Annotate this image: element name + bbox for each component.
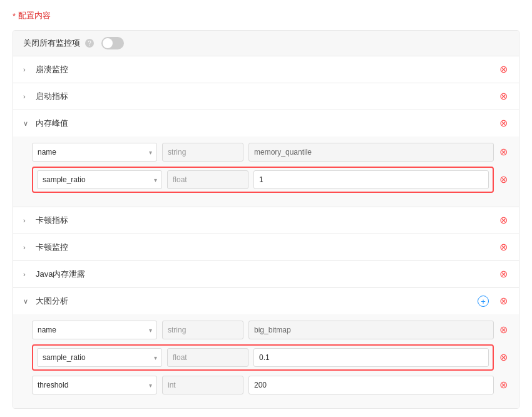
delete-icon-startup[interactable]: ⊗: [498, 91, 509, 102]
monitor-label-frame_metric: 卡顿指标: [36, 215, 498, 226]
monitor-label-java_leak: Java内存泄露: [36, 269, 498, 280]
monitor-item-memory_peak: ∨内存峰值⊗namestring⊗sample_ratiofloat⊗: [13, 110, 519, 207]
param-row-wrapper: sample_ratiofloat⊗: [32, 344, 509, 371]
param-name-select[interactable]: sample_ratio: [37, 348, 162, 367]
param-type-field: float: [167, 348, 248, 367]
delete-icon-java_leak[interactable]: ⊗: [498, 269, 509, 280]
monitor-header-startup[interactable]: ›启动指标⊗: [13, 83, 519, 110]
monitor-item-java_leak: ›Java内存泄露⊗: [13, 261, 519, 288]
monitor-label-startup: 启动指标: [36, 91, 498, 102]
monitor-label-crash: 崩溃监控: [36, 64, 498, 75]
header-icons-frame_metric: ⊗: [498, 215, 509, 226]
param-delete-icon[interactable]: ⊗: [498, 324, 509, 336]
header-icons-large_image: +⊗: [478, 296, 509, 307]
param-row-inner: sample_ratiofloat: [32, 344, 494, 371]
monitor-item-startup: ›启动指标⊗: [13, 83, 519, 110]
param-type-field: float: [167, 170, 248, 189]
monitor-header-frame_metric[interactable]: ›卡顿指标⊗: [13, 207, 519, 234]
param-type-field: string: [162, 321, 243, 339]
param-value-input[interactable]: [248, 143, 494, 162]
section-title: * 配置内容: [13, 10, 519, 21]
monitor-item-crash: ›崩溃监控⊗: [13, 56, 519, 83]
help-icon[interactable]: ?: [85, 39, 94, 48]
add-icon-large_image[interactable]: +: [478, 296, 489, 307]
param-delete-icon[interactable]: ⊗: [498, 379, 509, 391]
param-name-select[interactable]: name: [32, 321, 157, 339]
param-delete-icon[interactable]: ⊗: [498, 147, 509, 158]
delete-icon-memory_peak[interactable]: ⊗: [498, 118, 509, 129]
monitor-label-memory_peak: 内存峰值: [36, 118, 498, 129]
param-row-wrapper: thresholdint⊗: [32, 376, 509, 394]
param-value-input[interactable]: [248, 321, 494, 339]
param-value-input[interactable]: [253, 170, 489, 189]
param-name-select[interactable]: sample_ratio: [37, 170, 162, 189]
chevron-icon-frame_metric: ›: [23, 217, 31, 224]
param-row-wrapper: namestring⊗: [32, 321, 509, 339]
param-name-select[interactable]: threshold: [32, 376, 157, 394]
section-title-text: 配置内容: [18, 10, 51, 21]
monitor-content-large_image: namestring⊗sample_ratiofloat⊗thresholdin…: [13, 314, 519, 408]
chevron-icon-large_image: ∨: [23, 297, 31, 306]
asterisk: *: [13, 11, 16, 21]
param-name-wrapper: sample_ratio: [37, 348, 162, 367]
param-row-inner: thresholdint: [32, 376, 494, 394]
monitor-header-large_image[interactable]: ∨大图分析+⊗: [13, 288, 519, 314]
monitor-header-frame_monitor[interactable]: ›卡顿监控⊗: [13, 234, 519, 260]
param-name-wrapper: threshold: [32, 376, 157, 394]
toggle-row: 关闭所有监控项 ?: [13, 31, 519, 56]
delete-icon-large_image[interactable]: ⊗: [498, 296, 509, 307]
param-row-wrapper: sample_ratiofloat⊗: [32, 167, 509, 193]
page: * 配置内容 关闭所有监控项 ? ›崩溃监控⊗›启动指标⊗∨内存峰值⊗names…: [0, 0, 532, 417]
param-value-input[interactable]: [253, 348, 489, 367]
param-value-input[interactable]: [248, 376, 494, 394]
param-name-wrapper: name: [32, 143, 157, 162]
header-icons-startup: ⊗: [498, 91, 509, 102]
chevron-icon-startup: ›: [23, 93, 31, 100]
monitor-header-java_leak[interactable]: ›Java内存泄露⊗: [13, 261, 519, 287]
chevron-icon-java_leak: ›: [23, 270, 31, 278]
param-name-wrapper: sample_ratio: [37, 170, 162, 189]
monitor-item-frame_metric: ›卡顿指标⊗: [13, 207, 519, 234]
monitor-content-memory_peak: namestring⊗sample_ratiofloat⊗: [13, 136, 519, 207]
delete-icon-crash[interactable]: ⊗: [498, 64, 509, 75]
chevron-icon-memory_peak: ∨: [23, 120, 31, 128]
param-delete-icon[interactable]: ⊗: [498, 174, 509, 185]
header-icons-java_leak: ⊗: [498, 269, 509, 280]
monitor-header-memory_peak[interactable]: ∨内存峰值⊗: [13, 110, 519, 136]
toggle-switch[interactable]: [101, 37, 124, 49]
param-delete-icon[interactable]: ⊗: [498, 352, 509, 363]
config-panel: 关闭所有监控项 ? ›崩溃监控⊗›启动指标⊗∨内存峰值⊗namestring⊗s…: [13, 30, 519, 409]
param-name-select[interactable]: name: [32, 143, 157, 162]
delete-icon-frame_metric[interactable]: ⊗: [498, 215, 509, 226]
monitor-list: ›崩溃监控⊗›启动指标⊗∨内存峰值⊗namestring⊗sample_rati…: [13, 56, 519, 408]
monitor-label-frame_monitor: 卡顿监控: [36, 242, 498, 253]
param-name-wrapper: name: [32, 321, 157, 339]
param-row-inner: namestring: [32, 321, 494, 339]
delete-icon-frame_monitor[interactable]: ⊗: [498, 242, 509, 253]
chevron-icon-crash: ›: [23, 66, 31, 73]
monitor-label-large_image: 大图分析: [36, 296, 478, 307]
monitor-item-large_image: ∨大图分析+⊗namestring⊗sample_ratiofloat⊗thre…: [13, 288, 519, 408]
header-icons-frame_monitor: ⊗: [498, 242, 509, 253]
param-row-wrapper: namestring⊗: [32, 143, 509, 162]
toggle-label: 关闭所有监控项: [23, 38, 80, 49]
header-icons-memory_peak: ⊗: [498, 118, 509, 129]
param-row-inner: namestring: [32, 143, 494, 162]
param-type-field: string: [162, 143, 243, 162]
param-row-inner: sample_ratiofloat: [32, 167, 494, 193]
chevron-icon-frame_monitor: ›: [23, 244, 31, 251]
monitor-header-crash[interactable]: ›崩溃监控⊗: [13, 56, 519, 83]
header-icons-crash: ⊗: [498, 64, 509, 75]
param-type-field: int: [162, 376, 243, 394]
monitor-item-frame_monitor: ›卡顿监控⊗: [13, 234, 519, 261]
